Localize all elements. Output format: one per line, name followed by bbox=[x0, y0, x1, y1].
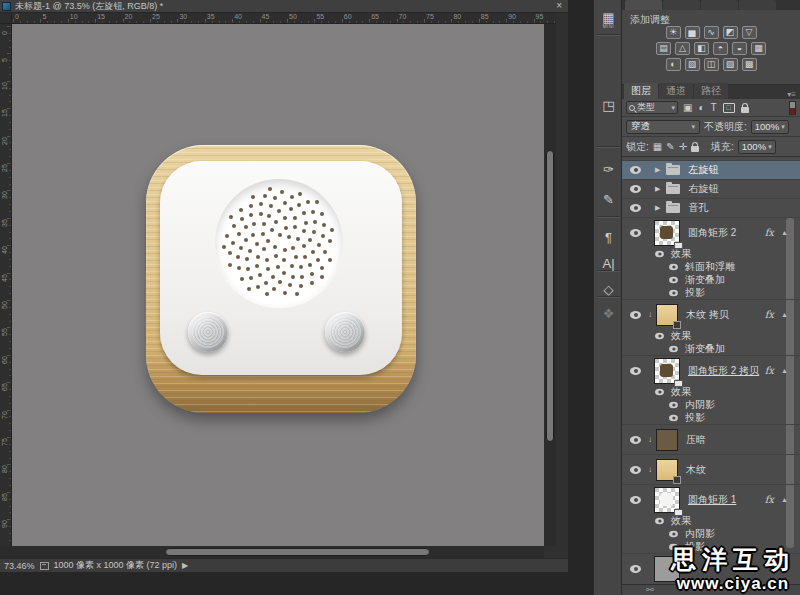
effect-row[interactable]: 效果 bbox=[622, 329, 800, 342]
curves-icon[interactable]: ∿ bbox=[704, 26, 719, 39]
invert-icon[interactable]: ◐ bbox=[666, 58, 681, 71]
visibility-eye-icon[interactable] bbox=[669, 289, 678, 295]
lock-all-icon[interactable] bbox=[691, 146, 699, 152]
collapse-effects-icon[interactable]: ▲ bbox=[781, 311, 788, 318]
layer-row[interactable]: ↓木纹 拷贝fx▲ bbox=[622, 299, 800, 329]
link-layers-icon[interactable]: ⚯ bbox=[646, 586, 654, 595]
visibility-eye-icon[interactable] bbox=[669, 401, 678, 407]
filter-kind-select[interactable]: 类型 ▾ bbox=[626, 101, 678, 114]
brush-presets-panel-icon[interactable]: ✑ bbox=[594, 156, 623, 182]
filter-pixel-layers-icon[interactable]: ▣ bbox=[683, 102, 692, 114]
gradient-map-icon[interactable]: ▧ bbox=[723, 58, 738, 71]
vertical-ruler[interactable]: 051015202530354045505560657075808590 bbox=[0, 24, 12, 546]
visibility-eye-icon[interactable] bbox=[630, 466, 641, 474]
visibility-eye-icon[interactable] bbox=[669, 530, 678, 536]
tool-presets-panel-icon[interactable]: ✎ bbox=[594, 186, 623, 212]
lock-position-icon[interactable]: ✛ bbox=[679, 141, 687, 152]
canvas-horizontal-scrollbar[interactable] bbox=[0, 546, 544, 558]
effect-row[interactable]: 效果 bbox=[622, 514, 800, 527]
visibility-eye-icon[interactable] bbox=[630, 311, 641, 319]
layer-thumbnail[interactable] bbox=[656, 429, 678, 451]
layer-row[interactable] bbox=[622, 553, 800, 583]
zoom-level-field[interactable]: 73.46% bbox=[4, 561, 35, 571]
collapse-effects-icon[interactable]: ▲ bbox=[781, 229, 788, 236]
fx-badge[interactable]: fx bbox=[765, 227, 774, 238]
filter-on-off-toggle[interactable] bbox=[789, 101, 796, 115]
clone-source-panel-icon[interactable]: ◳ bbox=[594, 92, 623, 118]
layer-row[interactable]: 圆角矩形 2fx▲ bbox=[622, 217, 800, 247]
effect-row[interactable]: 投影 bbox=[622, 540, 800, 553]
vertical-scroll-thumb[interactable] bbox=[546, 150, 554, 442]
layer-thumbnail[interactable] bbox=[656, 304, 678, 326]
3d-panel-icon[interactable]: ◇ bbox=[594, 276, 623, 302]
visibility-eye-icon[interactable] bbox=[669, 414, 678, 420]
tab-路径[interactable]: 路径 bbox=[694, 83, 728, 99]
canvas-vertical-scrollbar[interactable] bbox=[544, 24, 556, 546]
posterize-icon[interactable]: ▨ bbox=[685, 58, 700, 71]
paragraph-panel-icon[interactable]: ¶ bbox=[594, 224, 623, 250]
effect-row[interactable]: 效果 bbox=[622, 385, 800, 398]
expand-triangle-icon[interactable]: ▶ bbox=[655, 204, 660, 212]
color-balance-icon[interactable]: △ bbox=[675, 42, 690, 55]
layer-row[interactable]: ↓木纹 bbox=[622, 454, 800, 484]
collapse-effects-icon[interactable]: ▲ bbox=[781, 367, 788, 374]
visibility-eye-icon[interactable] bbox=[630, 436, 641, 444]
visibility-eye-icon[interactable] bbox=[655, 332, 664, 338]
levels-icon[interactable]: ▅ bbox=[685, 26, 700, 39]
exposure-icon[interactable]: ◩ bbox=[723, 26, 738, 39]
color-lookup-icon[interactable]: ▦ bbox=[751, 42, 766, 55]
opacity-field[interactable]: 100% ▾ bbox=[751, 120, 789, 134]
layer-row[interactable]: 圆角矩形 1fx▲ bbox=[622, 484, 800, 514]
panel-menu-icon[interactable]: ▾≡ bbox=[787, 90, 796, 99]
layer-group-row[interactable]: ▶音孔 bbox=[622, 198, 800, 217]
character-panel-icon[interactable]: A| bbox=[594, 250, 623, 276]
visibility-eye-icon[interactable] bbox=[630, 496, 641, 504]
layer-thumbnail[interactable] bbox=[654, 556, 680, 582]
mini-bridge-panel-icon[interactable]: ▦MINI bbox=[594, 6, 623, 32]
visibility-eye-icon[interactable] bbox=[669, 345, 678, 351]
layer-group-row[interactable]: ▶左旋钮 bbox=[622, 160, 800, 179]
filter-smart-objects-icon[interactable] bbox=[741, 107, 749, 113]
effect-row[interactable]: 投影 bbox=[622, 411, 800, 424]
hue-saturation-icon[interactable]: ▤ bbox=[656, 42, 671, 55]
effect-row[interactable]: 渐变叠加 bbox=[622, 342, 800, 355]
visibility-eye-icon[interactable] bbox=[630, 204, 641, 212]
effect-row[interactable]: 内阴影 bbox=[622, 398, 800, 411]
fx-badge[interactable]: fx bbox=[765, 365, 774, 376]
blend-mode-select[interactable]: 穿透 ▾ bbox=[626, 120, 700, 134]
layer-row[interactable]: ↓压暗 bbox=[622, 424, 800, 454]
document-titlebar[interactable]: 未标题-1 @ 73.5% (左旋钮, RGB/8) * × bbox=[0, 0, 568, 13]
fill-field[interactable]: 100% ▾ bbox=[738, 140, 776, 154]
effect-row[interactable]: 斜面和浮雕 bbox=[622, 260, 800, 273]
visibility-eye-icon[interactable] bbox=[655, 250, 664, 256]
adjustments-tab-strip[interactable] bbox=[622, 0, 800, 10]
panel-tab[interactable] bbox=[739, 0, 776, 10]
expand-triangle-icon[interactable]: ▶ bbox=[655, 185, 660, 193]
visibility-eye-icon[interactable] bbox=[669, 276, 678, 282]
lock-image-pixels-icon[interactable]: ✎ bbox=[666, 141, 674, 152]
visibility-eye-icon[interactable] bbox=[630, 367, 641, 375]
effect-row[interactable]: 效果 bbox=[622, 247, 800, 260]
black-white-icon[interactable]: ◧ bbox=[694, 42, 709, 55]
layer-thumbnail[interactable] bbox=[654, 220, 680, 246]
vibrance-icon[interactable]: ▽ bbox=[742, 26, 757, 39]
threshold-icon[interactable]: ◫ bbox=[704, 58, 719, 71]
photo-filter-icon[interactable]: ◓ bbox=[713, 42, 728, 55]
expand-triangle-icon[interactable]: ▶ bbox=[655, 166, 660, 174]
filter-adjustment-layers-icon[interactable]: ◐ bbox=[698, 102, 704, 114]
selective-color-icon[interactable]: ▩ bbox=[742, 58, 757, 71]
layer-thumbnail[interactable] bbox=[654, 358, 680, 384]
effect-row[interactable]: 渐变叠加 bbox=[622, 273, 800, 286]
visibility-eye-icon[interactable] bbox=[630, 166, 641, 174]
layer-row[interactable]: 圆角矩形 2 拷贝fx▲ bbox=[622, 355, 800, 385]
close-icon[interactable]: × bbox=[554, 1, 564, 11]
collapse-effects-icon[interactable]: ▲ bbox=[781, 496, 788, 503]
tab-通道[interactable]: 通道 bbox=[659, 83, 693, 99]
filter-shape-layers-icon[interactable]: □ bbox=[723, 103, 735, 113]
visibility-eye-icon[interactable] bbox=[630, 565, 641, 573]
panel-tab[interactable] bbox=[701, 0, 738, 10]
layer-thumbnail[interactable] bbox=[654, 487, 680, 513]
brightness-contrast-icon[interactable]: ☀ bbox=[666, 26, 681, 39]
channel-mixer-icon[interactable]: ◒ bbox=[732, 42, 747, 55]
visibility-eye-icon[interactable] bbox=[630, 229, 641, 237]
